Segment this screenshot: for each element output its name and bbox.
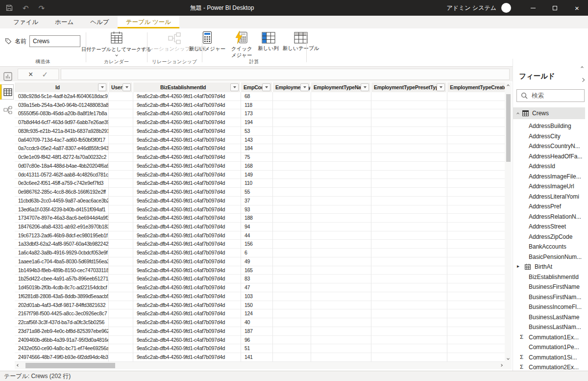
table-cell[interactable]	[311, 327, 371, 336]
table-cell[interactable]: 68	[241, 92, 273, 101]
table-cell[interactable]	[109, 344, 133, 353]
table-cell[interactable]	[447, 318, 505, 327]
table-cell[interactable]: 11cbd63b-2cc0-4459-9a87-a0eac6ace3b2	[15, 197, 109, 205]
panel-scroll-up-icon[interactable]	[581, 62, 583, 71]
table-cell[interactable]	[447, 118, 505, 127]
table-cell[interactable]: 0e986762-285c-4cc8-86c8-166f6192e2ff	[15, 188, 109, 197]
table-cell[interactable]	[447, 353, 505, 362]
table-cell[interactable]	[447, 171, 505, 179]
table-cell[interactable]	[311, 336, 371, 345]
table-cell[interactable]	[447, 283, 505, 292]
table-cell[interactable]	[311, 205, 371, 214]
scroll-left-icon[interactable]	[15, 362, 22, 369]
table-cell[interactable]: 156	[241, 240, 273, 249]
table-cell[interactable]: 47	[241, 283, 273, 292]
table-cell[interactable]: 103	[241, 292, 273, 301]
table-cell[interactable]	[109, 162, 133, 171]
table-cell[interactable]: 22caf56f-3c3f-437d-ba7d-a0fc3c5b0256	[15, 318, 109, 327]
table-cell[interactable]	[273, 214, 311, 223]
ribbon-tab-1[interactable]: ファイル	[5, 16, 47, 28]
collapse-table-icon[interactable]	[516, 113, 519, 116]
table-cell[interactable]	[311, 162, 371, 171]
table-cell[interactable]	[371, 109, 447, 118]
table-cell[interactable]: 9ea5c2ab-dfb4-4260-9fd1-c4af7b097d4d	[133, 344, 241, 353]
field-item[interactable]: BusinessLastNam...	[513, 322, 588, 332]
table-cell[interactable]	[311, 109, 371, 118]
table-cell[interactable]	[447, 197, 505, 205]
table-cell[interactable]	[371, 318, 447, 327]
table-cell[interactable]	[447, 266, 505, 275]
field-item[interactable]: AddressId	[513, 161, 588, 172]
cancel-icon[interactable]: ×	[28, 71, 33, 78]
table-cell[interactable]	[311, 240, 371, 249]
table-cell[interactable]: 9ea5c2ab-dfb4-4260-9fd1-c4af7b097d4d	[133, 257, 241, 266]
scroll-down-icon[interactable]	[505, 355, 512, 362]
table-cell[interactable]	[109, 92, 133, 101]
table-cell[interactable]	[311, 188, 371, 197]
table-cell[interactable]	[447, 301, 505, 310]
table-cell[interactable]: 9ea5c2ab-dfb4-4260-9fd1-c4af7b097d4d	[133, 92, 241, 101]
table-cell[interactable]: 1b25d422-cbee-4a91-a57b-896eeb512714	[15, 275, 109, 283]
table-cell[interactable]: 96	[241, 336, 273, 345]
field-item[interactable]: BusinessIncomeFl...	[513, 302, 588, 312]
table-cell[interactable]	[109, 127, 133, 136]
table-cell[interactable]: 9ea5c2ab-dfb4-4260-9fd1-c4af7b097d4d	[133, 205, 241, 214]
table-cell[interactable]	[447, 144, 505, 153]
table-cell[interactable]: 110	[241, 179, 273, 188]
table-cell[interactable]	[371, 336, 447, 345]
table-cell[interactable]: 9ea5c2ab-dfb4-4260-9fd1-c4af7b097d4d	[133, 231, 241, 240]
table-cell[interactable]	[109, 109, 133, 118]
field-item[interactable]: BasicPensionNum...	[513, 252, 588, 262]
table-cell[interactable]: 9ea5c2ab-dfb4-4260-9fd1-c4af7b097d4d	[133, 188, 241, 197]
table-cell[interactable]: 9ea5c2ab-dfb4-4260-9fd1-c4af7b097d4d	[133, 179, 241, 188]
table-cell[interactable]	[273, 327, 311, 336]
table-cell[interactable]	[447, 205, 505, 214]
table-cell[interactable]	[371, 179, 447, 188]
ribbon-tab-3[interactable]: ヘルプ	[82, 16, 117, 28]
table-cell[interactable]: 9ea5c2ab-dfb4-4260-9fd1-c4af7b097d4d	[133, 266, 241, 275]
table-cell[interactable]	[273, 283, 311, 292]
table-cell[interactable]	[109, 275, 133, 283]
table-cell[interactable]	[447, 231, 505, 240]
field-item[interactable]: AddressStreet	[513, 222, 588, 232]
table-cell[interactable]: 2409460b-d6bb-4a39-91a7-95f3d0a4816e	[15, 336, 109, 345]
table-cell[interactable]	[109, 240, 133, 249]
table-cell[interactable]	[273, 257, 311, 266]
table-cell[interactable]	[371, 275, 447, 283]
table-cell[interactable]	[371, 309, 447, 318]
table-cell[interactable]	[311, 309, 371, 318]
table-cell[interactable]	[273, 109, 311, 118]
table-cell[interactable]	[311, 301, 371, 310]
table-cell[interactable]	[311, 118, 371, 127]
table-cell[interactable]	[311, 275, 371, 283]
field-item[interactable]: BusinessFirstName	[513, 282, 588, 292]
column-header[interactable]: Id	[15, 82, 109, 92]
table-cell[interactable]	[371, 283, 447, 292]
table-cell[interactable]	[447, 214, 505, 223]
table-cell[interactable]	[109, 231, 133, 240]
table-cell[interactable]: 1b1494b3-f8eb-489b-8150-cec747033118	[15, 266, 109, 275]
ribbon-tab-2[interactable]: ホーム	[47, 16, 82, 28]
table-cell[interactable]: 149	[241, 171, 273, 179]
table-cell[interactable]	[109, 266, 133, 275]
table-cell[interactable]	[447, 327, 505, 336]
table-cell[interactable]	[447, 179, 505, 188]
table-cell[interactable]: 1aaee1a6-c704-4ba5-8030-5d69fd156ea3	[15, 257, 109, 266]
table-cell[interactable]	[371, 231, 447, 240]
table-cell[interactable]	[311, 171, 371, 179]
table-cell[interactable]	[109, 144, 133, 153]
table-cell[interactable]	[109, 327, 133, 336]
table-cell[interactable]	[273, 309, 311, 318]
minimize-button[interactable]	[522, 0, 544, 16]
table-cell[interactable]: 9ea5c2ab-dfb4-4260-9fd1-c4af7b097d4d	[133, 136, 241, 145]
table-cell[interactable]: 188	[241, 214, 273, 223]
table-cell[interactable]: 9ea5c2ab-dfb4-4260-9fd1-c4af7b097d4d	[133, 214, 241, 223]
table-cell[interactable]	[273, 144, 311, 153]
field-table-crews[interactable]: Crews	[513, 107, 585, 119]
table-cell[interactable]: 18476206-afa8-4331-ab92-e91e3970b183	[15, 223, 109, 231]
new-measure-button[interactable]: 新しいメジャー	[189, 31, 226, 52]
table-cell[interactable]	[371, 301, 447, 310]
field-item[interactable]: AddressCountryN...	[513, 141, 588, 152]
table-cell[interactable]	[311, 318, 371, 327]
table-cell[interactable]	[447, 292, 505, 301]
